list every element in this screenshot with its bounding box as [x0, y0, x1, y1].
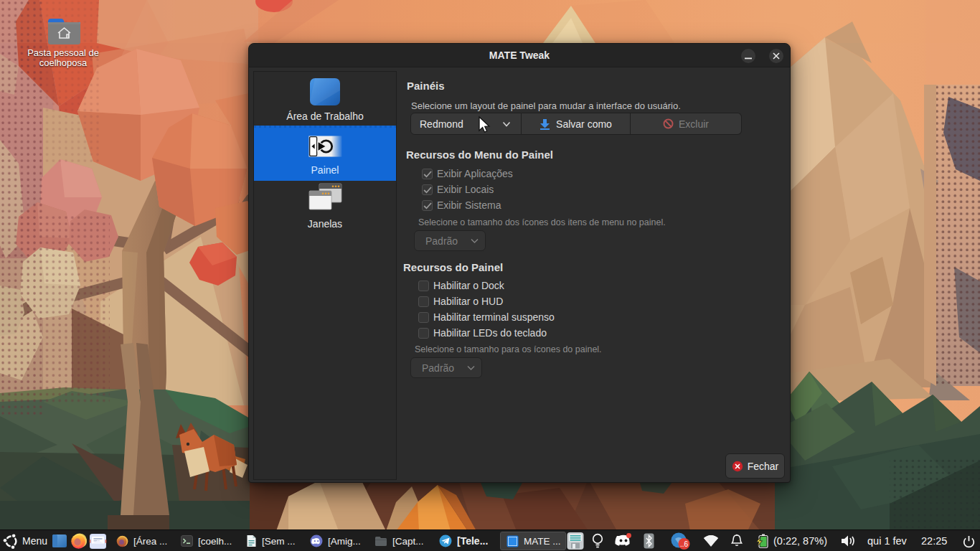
svg-text:..6: ..6	[680, 540, 689, 548]
